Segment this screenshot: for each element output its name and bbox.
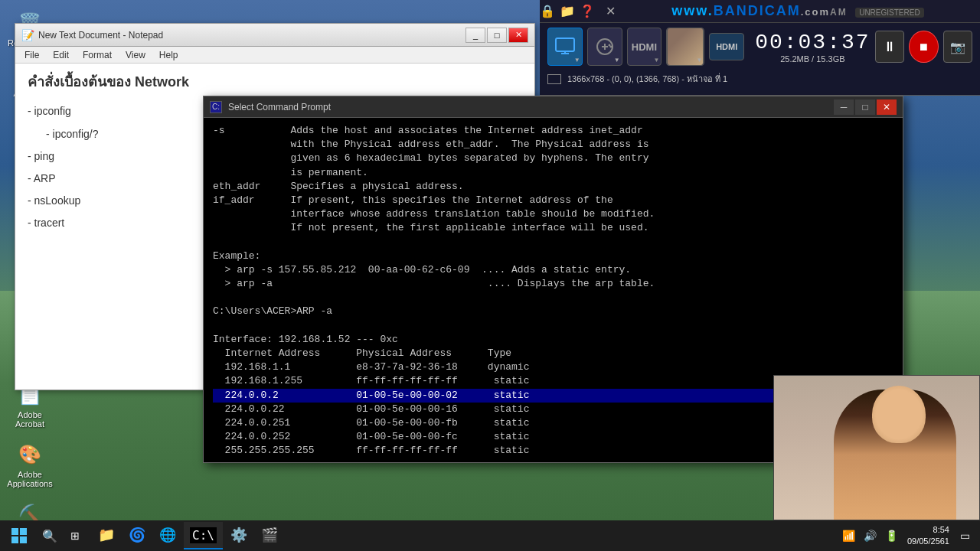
desktop: 🗑️ Recycle Bin 🖼️ ACDSee 🌐 GoML 🌀 Google…: [0, 0, 980, 551]
cmd-titlebar[interactable]: C: Select Command Prompt ─ □ ✕: [204, 96, 903, 118]
taskbar-edge[interactable]: 🌐: [153, 522, 182, 549]
notepad-maximize-button[interactable]: □: [487, 28, 507, 43]
bandicam-timer-section: 00:03:37 25.2MB / 15.3GB: [755, 31, 870, 64]
taskbar-settings[interactable]: ⚙️: [224, 522, 253, 549]
pause-icon: ⏸: [883, 39, 897, 55]
tray-volume-icon[interactable]: 🔊: [861, 527, 880, 545]
bandicam-top-bar: 🔒 📁 ❓ ✕ www.BANDICAM.comAM UNREGISTERED: [540, 0, 980, 23]
desktop-icon-adobe-app[interactable]: 🎨 Adobe Applications: [3, 438, 57, 491]
adobe-acrobat-label: Adobe Acrobat: [6, 410, 54, 429]
tray-time-text: 8:54: [907, 524, 949, 536]
bandicam-unregistered-badge: UNREGISTERED: [855, 8, 923, 18]
menu-edit[interactable]: Edit: [47, 48, 75, 62]
notepad-app-icon: 📝: [21, 29, 34, 41]
bandicam-memory: 25.2MB / 15.3GB: [780, 54, 844, 64]
bandicam-logo-container: www.BANDICAM.comAM UNREGISTERED: [616, 3, 980, 19]
cmd-app-icon: C:: [210, 101, 222, 113]
cmd-minimize-button[interactable]: ─: [834, 99, 854, 115]
monitor-icon: [554, 36, 576, 57]
taskbar-chrome[interactable]: 🌀: [122, 522, 152, 549]
tray-date-text: 09/05/2561: [907, 536, 949, 547]
bandicam-logo-text: www.BANDICAM.comAM: [671, 3, 847, 18]
notepad-titlebar[interactable]: 📝 New Text Document - Notepad _ □ ✕: [15, 24, 534, 47]
bandicam-game-button[interactable]: ▼: [587, 28, 622, 66]
cmd-line-blank-1: [213, 236, 893, 249]
bandicam-window-close-icon[interactable]: ✕: [606, 4, 616, 18]
tray-network-icon[interactable]: 📶: [840, 527, 858, 545]
cmd-line-row1: 192.168.1.1 e8-37-7a-92-36-18 dynamic: [213, 360, 893, 374]
game-icon: [594, 36, 616, 57]
taskbar-task-view-button[interactable]: ⊞: [61, 520, 89, 551]
cmd-line-8: If not present, the first applicable int…: [213, 221, 893, 235]
webcam-video: [774, 376, 979, 520]
resolution-icon: [547, 74, 561, 84]
chrome-taskbar-icon: 🌀: [129, 527, 145, 543]
taskbar-cmd[interactable]: C:\: [184, 522, 223, 549]
menu-view[interactable]: View: [119, 48, 152, 62]
svg-rect-0: [556, 38, 574, 51]
task-view-icon: ⊞: [70, 530, 80, 542]
tray-battery-icon[interactable]: 🔋: [883, 527, 901, 545]
bandicam-taskbar-icon: 🎬: [261, 527, 278, 543]
webcam-person-head: [872, 386, 926, 443]
svg-point-7: [609, 46, 612, 48]
cmd-title: Select Command Prompt: [228, 102, 834, 112]
bandicam-timer: 00:03:37: [755, 31, 870, 54]
bandicam-hdmi-button[interactable]: HDMI ▼: [627, 28, 662, 66]
bandicam-lock-icon: 🔒: [540, 4, 555, 18]
taskbar-apps: 📁 🌀 🌐 C:\ ⚙️ 🎬: [89, 522, 834, 549]
taskbar: 🔍 ⊞ 📁 🌀 🌐 C:\ ⚙️: [0, 520, 980, 551]
menu-file[interactable]: File: [18, 48, 45, 62]
notepad-heading: คำสั่งเบื้องต้นของ Network: [28, 70, 522, 94]
cmd-line-5: eth_addr Specifies a physical address.: [213, 180, 893, 194]
tray-show-desktop-icon[interactable]: ▭: [956, 527, 974, 545]
hdmi-chevron: ▼: [653, 57, 659, 64]
bandicam-screenshot-button[interactable]: 📷: [943, 31, 972, 63]
screenshot-icon: 📷: [950, 40, 965, 54]
taskbar-bandicam[interactable]: 🎬: [255, 522, 284, 549]
hdmi-label: HDMI: [632, 41, 657, 53]
webcam-overlay: [773, 375, 980, 520]
webcam-chevron: ▼: [696, 57, 702, 64]
cmd-line-example: Example:: [213, 249, 893, 263]
adobe-app-label: Adobe Applications: [6, 470, 54, 488]
bandicam-help-icon: ❓: [580, 4, 595, 18]
cmd-line-2: with the Physical address eth_addr. The …: [213, 138, 893, 152]
taskbar-search-button[interactable]: 🔍: [38, 520, 61, 551]
bandicam-monitor-button[interactable]: ▼: [547, 28, 583, 66]
cmd-maximize-button[interactable]: □: [855, 99, 875, 115]
bandicam-webcam-button[interactable]: ▼: [666, 28, 704, 66]
notepad-minimize-button[interactable]: _: [466, 28, 485, 43]
cmd-line-1: -s Adds the host and associates the Inte…: [213, 124, 893, 138]
file-explorer-icon: 📁: [98, 527, 115, 543]
search-icon: 🔍: [42, 529, 57, 543]
cmd-window-controls: ─ □ ✕: [834, 99, 897, 115]
windows-logo-icon: [11, 528, 27, 543]
cmd-line-ex1: > arp -s 157.55.85.212 00-aa-00-62-c6-09…: [213, 263, 893, 277]
cmd-close-button[interactable]: ✕: [877, 99, 897, 115]
cmd-line-interface: Interface: 192.168.1.52 --- 0xc: [213, 333, 893, 347]
cmd-taskbar-icon: C:\: [190, 527, 217, 543]
menu-format[interactable]: Format: [77, 48, 118, 62]
bandicam-pause-button[interactable]: ⏸: [875, 31, 904, 63]
bandicam-controls-row: ▼ ▼ HDMI ▼: [540, 23, 980, 70]
cmd-line-command: C:\Users\ACER>ARP -a: [213, 305, 893, 318]
cmd-line-7: interface whose address translation tabl…: [213, 207, 893, 221]
hdmi2-label: HDMI: [716, 42, 737, 51]
bandicam-resolution-bar: 1366x768 - (0, 0), (1366, 768) - หน้าจอ …: [540, 70, 980, 87]
taskbar-tray: 📶 🔊 🔋 8:54 09/05/2561 ▭: [834, 524, 980, 548]
cmd-line-3: given as 6 hexadecimal bytes separated b…: [213, 152, 893, 165]
bandicam-hdmi2-badge: HDMI: [709, 33, 744, 60]
notepad-title: New Text Document - Notepad: [38, 30, 466, 41]
taskbar-file-explorer[interactable]: 📁: [92, 522, 121, 549]
cmd-line-header: Internet Address Physical Address Type: [213, 347, 893, 360]
bandicam-folder-icon: 📁: [560, 4, 575, 18]
taskbar-start-button[interactable]: [0, 520, 38, 551]
bandicam-resolution-text: 1366x768 - (0, 0), (1366, 768) - หน้าจอ …: [567, 72, 727, 86]
menu-help[interactable]: Help: [153, 48, 185, 62]
notepad-close-button[interactable]: ✕: [508, 28, 528, 43]
bandicam-stop-button[interactable]: ⏹: [909, 31, 938, 63]
notepad-menu: File Edit Format View Help: [15, 47, 534, 64]
cmd-line-blank-3: [213, 319, 893, 333]
tray-clock[interactable]: 8:54 09/05/2561: [904, 524, 952, 548]
